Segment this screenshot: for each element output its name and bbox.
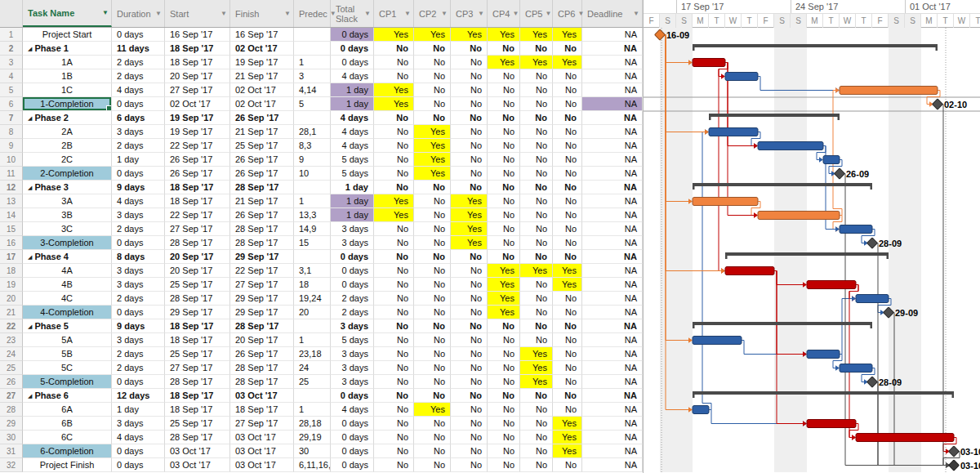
row-number-cell[interactable]: 24	[0, 347, 23, 361]
start-date-cell[interactable]: 16 Sep '17	[165, 28, 230, 42]
cp6-cell[interactable]: No	[553, 208, 582, 222]
duration-cell[interactable]: 4 days	[112, 83, 165, 97]
cp3-cell[interactable]: No	[451, 319, 488, 333]
deadline-cell[interactable]: NA	[582, 375, 643, 389]
duration-cell[interactable]: 1 day	[112, 153, 165, 167]
task-name-cell[interactable]: 1B	[23, 69, 112, 83]
deadline-cell[interactable]: NA	[582, 389, 643, 403]
cp2-cell[interactable]: No	[414, 319, 451, 333]
task-name-cell[interactable]: 6C	[23, 431, 112, 444]
column-header-duration[interactable]: Duration▼	[112, 0, 165, 27]
total-slack-cell[interactable]: 1 day	[331, 181, 374, 194]
predecessors-cell[interactable]: 9	[294, 153, 331, 167]
cp6-cell[interactable]: No	[553, 222, 582, 236]
finish-date-cell[interactable]: 22 Sep '17	[230, 264, 294, 278]
cp2-cell[interactable]: No	[414, 431, 451, 444]
predecessors-cell[interactable]: 3,1	[294, 264, 331, 278]
filter-dropdown-icon[interactable]: ▼	[545, 9, 551, 19]
finish-date-cell[interactable]: 29 Sep '17	[230, 306, 294, 319]
cp2-cell[interactable]: No	[414, 333, 451, 347]
summary-bar[interactable]	[693, 183, 872, 186]
total-slack-cell[interactable]: 1 day	[331, 208, 374, 222]
predecessors-cell[interactable]: 13,3	[294, 208, 331, 222]
cp4-cell[interactable]: No	[488, 181, 520, 194]
cp6-cell[interactable]: No	[553, 111, 582, 125]
duration-cell[interactable]: 9 days	[112, 181, 165, 194]
total-slack-cell[interactable]: 2 days	[331, 306, 374, 319]
total-slack-cell[interactable]: 3 days	[331, 361, 374, 375]
cp4-cell[interactable]: No	[488, 333, 520, 347]
start-date-cell[interactable]: 18 Sep '17	[165, 194, 230, 208]
finish-date-cell[interactable]: 19 Sep '17	[230, 56, 294, 69]
total-slack-cell[interactable]: 0 days	[331, 431, 374, 444]
start-date-cell[interactable]: 28 Sep '17	[165, 375, 230, 389]
row-number-cell[interactable]: 14	[0, 208, 23, 222]
row-number-cell[interactable]: 25	[0, 361, 23, 375]
row-number-cell[interactable]: 8	[0, 125, 23, 139]
cp2-cell[interactable]: No	[414, 250, 451, 264]
duration-cell[interactable]: 0 days	[112, 97, 165, 111]
cp5-cell[interactable]: No	[520, 278, 553, 292]
deadline-cell[interactable]: NA	[582, 417, 643, 431]
predecessors-cell[interactable]: 23,18	[294, 347, 331, 361]
total-slack-cell[interactable]: 4 days	[331, 139, 374, 153]
task-name-cell[interactable]: 6B	[23, 417, 112, 431]
duration-cell[interactable]: 2 days	[112, 347, 165, 361]
finish-date-cell[interactable]: 26 Sep '17	[230, 347, 294, 361]
row-number-cell[interactable]: 16	[0, 236, 23, 250]
cp5-cell[interactable]: Yes	[520, 56, 553, 69]
total-slack-cell[interactable]: 0 days	[331, 444, 374, 458]
duration-cell[interactable]: 11 days	[112, 42, 165, 56]
task-bar[interactable]	[840, 364, 872, 373]
deadline-cell[interactable]: NA	[582, 236, 643, 250]
finish-date-cell[interactable]: 27 Sep '17	[230, 417, 294, 431]
task-name-cell[interactable]: 4-Completion	[23, 306, 112, 319]
cp6-cell[interactable]: No	[553, 236, 582, 250]
duration-cell[interactable]: 2 days	[112, 56, 165, 69]
predecessors-cell[interactable]: 20	[294, 306, 331, 319]
cp4-cell[interactable]: No	[488, 375, 520, 389]
cp3-cell[interactable]: Yes	[451, 194, 488, 208]
cp2-cell[interactable]: No	[414, 42, 451, 56]
deadline-cell[interactable]: NA	[582, 333, 643, 347]
cp2-cell[interactable]: Yes	[414, 153, 451, 167]
cp1-cell[interactable]: No	[374, 111, 414, 125]
start-date-cell[interactable]: 25 Sep '17	[165, 278, 230, 292]
cp3-cell[interactable]: No	[451, 417, 488, 431]
cp3-cell[interactable]: No	[451, 56, 488, 69]
deadline-cell[interactable]: NA	[582, 153, 643, 167]
task-name-cell[interactable]: 1-Completion	[23, 97, 112, 111]
task-bar[interactable]	[840, 225, 872, 234]
filter-dropdown-icon[interactable]: ▼	[478, 9, 484, 19]
start-date-cell[interactable]: 29 Sep '17	[165, 306, 230, 319]
cp2-cell[interactable]: No	[414, 111, 451, 125]
finish-date-cell[interactable]: 28 Sep '17	[230, 361, 294, 375]
cp5-cell[interactable]: No	[520, 97, 553, 111]
cp2-cell[interactable]: No	[414, 361, 451, 375]
start-date-cell[interactable]: 28 Sep '17	[165, 292, 230, 306]
cp6-cell[interactable]: No	[553, 69, 582, 83]
expand-collapse-icon[interactable]: ◢	[28, 185, 32, 190]
cp4-cell[interactable]: No	[488, 153, 520, 167]
cp4-cell[interactable]: No	[488, 361, 520, 375]
row-number-cell[interactable]: 27	[0, 389, 23, 403]
cp2-cell[interactable]: No	[414, 222, 451, 236]
finish-date-cell[interactable]: 21 Sep '17	[230, 125, 294, 139]
total-slack-cell[interactable]: 0 days	[331, 250, 374, 264]
expand-collapse-icon[interactable]: ◢	[28, 115, 32, 121]
start-date-cell[interactable]: 27 Sep '17	[165, 222, 230, 236]
cp4-cell[interactable]: Yes	[488, 278, 520, 292]
task-bar[interactable]	[807, 350, 840, 359]
cp1-cell[interactable]: No	[374, 278, 414, 292]
finish-date-cell[interactable]: 21 Sep '17	[230, 194, 294, 208]
summary-bar[interactable]	[693, 322, 872, 325]
cp3-cell[interactable]: No	[451, 69, 488, 83]
task-bar[interactable]	[840, 87, 938, 95]
filter-dropdown-icon[interactable]: ▼	[441, 9, 448, 19]
finish-date-cell[interactable]: 28 Sep '17	[230, 319, 294, 333]
cp2-cell[interactable]: Yes	[414, 125, 451, 139]
cp4-cell[interactable]: No	[488, 236, 520, 250]
task-name-cell[interactable]: Project Start	[23, 28, 112, 42]
cp5-cell[interactable]: No	[520, 153, 553, 167]
cp6-cell[interactable]: No	[553, 347, 582, 361]
